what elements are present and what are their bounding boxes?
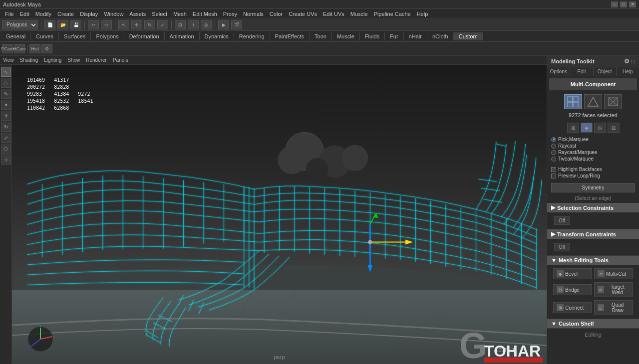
panels-menu[interactable]: Panels xyxy=(113,57,128,63)
shelf-tab-animation[interactable]: Animation xyxy=(165,32,200,40)
highlight-backfaces-check[interactable]: ✓ xyxy=(551,167,556,172)
menu-item-file[interactable]: File xyxy=(2,10,17,18)
invert-selection-icon[interactable]: ◎ xyxy=(594,123,606,133)
scale-btn[interactable]: ⤢ xyxy=(157,20,168,29)
menu-item-edit-mesh[interactable]: Edit Mesh xyxy=(190,10,220,18)
canvas-area[interactable]: 101469 41317 200272 82828 99283 41384 92… xyxy=(12,65,547,364)
menu-item-edit-uvs[interactable]: Edit UVs xyxy=(320,10,347,18)
raycast-marquee-radio[interactable] xyxy=(551,150,556,155)
scale-tool[interactable]: ⤢ xyxy=(1,133,11,143)
move-tool[interactable]: ✛ xyxy=(1,111,11,121)
menu-item-pipeline-cache[interactable]: Pipeline Cache xyxy=(371,10,414,18)
custom-shelf-title[interactable]: ▼ Custom Shelf xyxy=(547,319,639,328)
tweak-tool[interactable]: ⊹ xyxy=(1,155,11,165)
render-btn[interactable]: ▶ xyxy=(218,20,229,29)
menu-item-color[interactable]: Color xyxy=(267,10,286,18)
ipr-btn[interactable]: 🎬 xyxy=(231,20,242,29)
soft-select-tool[interactable]: ⬡ xyxy=(1,144,11,154)
view-menu[interactable]: View xyxy=(3,57,14,63)
raycast-option[interactable]: Raycast xyxy=(551,143,635,149)
snap-grid-btn[interactable]: ⊞ xyxy=(175,20,186,29)
shelf-tab-ncloth[interactable]: nCloth xyxy=(427,32,454,40)
edit-nav[interactable]: Edit xyxy=(570,67,593,76)
connect-tool-button[interactable]: ⊞ Connect xyxy=(553,302,592,313)
select-btn[interactable]: ↖ xyxy=(118,20,129,29)
menu-item-muscle[interactable]: Muscle xyxy=(347,10,371,18)
preview-loop-option[interactable]: Preview Loop/Ring xyxy=(551,173,635,179)
menu-item-proxy[interactable]: Proxy xyxy=(220,10,240,18)
rotate-tool[interactable]: ↻ xyxy=(1,122,11,132)
transform-constraints-title[interactable]: ▶ Transform Constraints xyxy=(547,229,639,239)
pick-marquee-radio[interactable] xyxy=(551,137,556,142)
settings-icon[interactable]: ⚙ xyxy=(624,58,630,65)
snap-curve-btn[interactable]: ⌇ xyxy=(188,20,199,29)
lighting-menu[interactable]: Lighting xyxy=(44,57,61,63)
renderer-menu[interactable]: Renderer xyxy=(86,57,107,63)
shelf-tab-painteffects[interactable]: PaintEffects xyxy=(270,32,310,40)
shelf-tab-deformation[interactable]: Deformation xyxy=(124,32,165,40)
options-nav[interactable]: Options xyxy=(547,67,570,76)
tweak-marquee-option[interactable]: Tweak/Marquee xyxy=(551,156,635,162)
highlight-backfaces-option[interactable]: ✓ Highlight Backfaces xyxy=(551,166,635,173)
maximize-button[interactable]: □ xyxy=(620,1,627,7)
convert-selection-icon[interactable]: ⊟ xyxy=(608,123,620,133)
shelf-tab-nhair[interactable]: nHair xyxy=(404,32,427,40)
grow-selection-icon[interactable]: ⊞ xyxy=(567,123,579,133)
menu-item-edit[interactable]: Edit xyxy=(17,10,32,18)
select-tool[interactable]: ↖ xyxy=(1,67,11,77)
sculpt-tool[interactable]: ✦ xyxy=(1,100,11,110)
menu-item-select[interactable]: Select xyxy=(149,10,170,18)
menu-item-create-uvs[interactable]: Create UVs xyxy=(286,10,320,18)
pick-marquee-option[interactable]: Pick,Marquee xyxy=(551,136,635,143)
rotate-btn[interactable]: ↻ xyxy=(144,20,155,29)
open-btn[interactable]: 📂 xyxy=(57,20,68,29)
shelf2-extra-btn[interactable]: ⚙ xyxy=(41,44,52,53)
nav-cube[interactable]: X Y Z xyxy=(27,326,54,354)
new-btn[interactable]: 📄 xyxy=(44,20,55,29)
shelf-tab-rendering[interactable]: Rendering xyxy=(234,32,270,40)
edge-mode-icon[interactable] xyxy=(584,94,602,109)
raycast-marquee-option[interactable]: Raycast/Marquee xyxy=(551,149,635,156)
hist-btn[interactable]: Hist xyxy=(29,44,40,53)
bridge-tool-button[interactable]: ⊟ Bridge xyxy=(553,284,592,295)
quad-draw-tool-button[interactable]: ◻ Quad Draw xyxy=(594,300,633,315)
shelf-tab-surfaces[interactable]: Surfaces xyxy=(59,32,91,40)
preview-loop-check[interactable] xyxy=(551,174,556,179)
menu-item-display[interactable]: Display xyxy=(77,10,101,18)
pcam-btn[interactable]: PCam xyxy=(2,44,13,53)
selection-mode-icon[interactable]: ◈ xyxy=(581,123,593,133)
object-nav[interactable]: Object xyxy=(594,67,617,76)
viewport[interactable]: View Shading Lighting Show Renderer Pane… xyxy=(0,56,547,364)
menu-item-create[interactable]: Create xyxy=(54,10,77,18)
menu-item-normals[interactable]: Normals xyxy=(240,10,267,18)
menu-item-mesh[interactable]: Mesh xyxy=(170,10,190,18)
undo-btn[interactable]: ↩ xyxy=(88,20,99,29)
raycast-radio[interactable] xyxy=(551,144,556,149)
shelf-tab-general[interactable]: General xyxy=(1,32,31,40)
snap-point-btn[interactable]: ◎ xyxy=(201,20,212,29)
help-nav[interactable]: Help xyxy=(617,67,639,76)
multi-cut-tool-button[interactable]: ✂ Multi-Cut xyxy=(594,268,633,279)
face-mode-icon[interactable] xyxy=(604,94,622,109)
bevel-tool-button[interactable]: ◈ Bevel xyxy=(553,268,592,279)
shelf-tab-polygons[interactable]: Polygons xyxy=(91,32,124,40)
shelf-tab-curves[interactable]: Curves xyxy=(31,32,59,40)
shading-menu[interactable]: Shading xyxy=(20,57,38,63)
show-menu[interactable]: Show xyxy=(67,57,80,63)
lasso-tool[interactable]: ◌ xyxy=(1,78,11,88)
menu-item-window[interactable]: Window xyxy=(101,10,126,18)
mesh-editing-tools-title[interactable]: ▼ Mesh Editing Tools xyxy=(547,256,639,265)
selection-constraints-title[interactable]: ▶ Selection Constraints xyxy=(547,203,639,212)
menu-item-assets[interactable]: Assets xyxy=(126,10,149,18)
symmetry-button[interactable]: Symmetry xyxy=(551,183,635,192)
shelf-tab-fur[interactable]: Fur xyxy=(385,32,404,40)
vertex-mode-icon[interactable] xyxy=(564,94,582,109)
paint-tool[interactable]: ✎ xyxy=(1,89,11,99)
move-btn[interactable]: ✛ xyxy=(131,20,142,29)
shelf-tab-dynamics[interactable]: Dynamics xyxy=(200,32,234,40)
shelf-tab-custom[interactable]: Custom xyxy=(454,32,483,40)
hcam-btn[interactable]: HCam xyxy=(14,44,25,53)
menu-item-modify[interactable]: Modify xyxy=(32,10,54,18)
save-btn[interactable]: 💾 xyxy=(70,20,81,29)
shelf-tab-toon[interactable]: Toon xyxy=(310,32,332,40)
